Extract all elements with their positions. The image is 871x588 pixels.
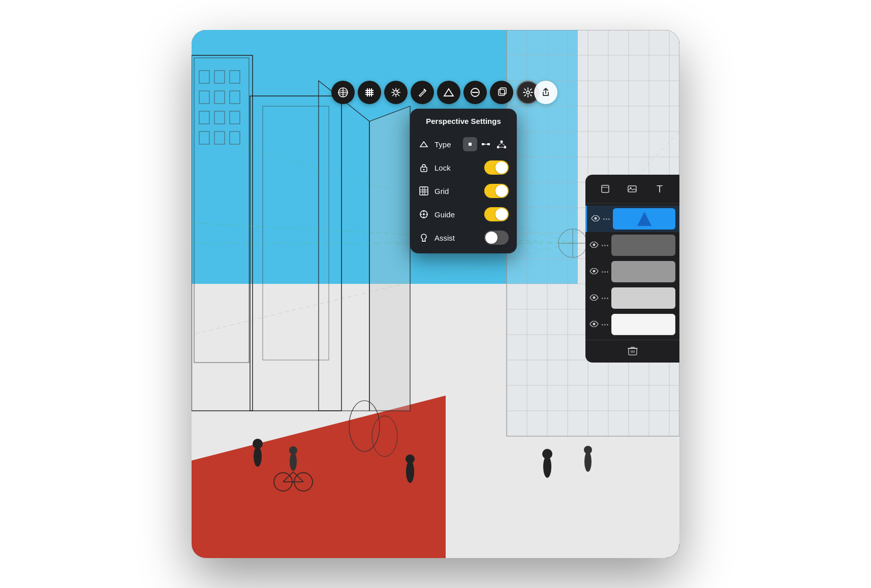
radial-tool[interactable] <box>384 81 408 104</box>
svg-rect-97 <box>482 143 484 145</box>
layer-3-visibility[interactable] <box>589 268 599 276</box>
toolbar <box>331 81 540 104</box>
layers-panel: T <box>585 175 679 363</box>
assist-icon <box>418 232 429 243</box>
device-frame: Perspective Settings Type <box>192 30 679 558</box>
svg-rect-108 <box>420 187 428 195</box>
assist-row: Assist <box>410 226 517 249</box>
layer-row-5[interactable] <box>585 311 679 338</box>
type-one-point[interactable] <box>463 137 477 151</box>
svg-marker-89 <box>444 89 453 96</box>
svg-point-125 <box>593 243 596 246</box>
add-text-button[interactable]: T <box>650 180 669 198</box>
svg-point-100 <box>501 141 503 143</box>
layer-2-options[interactable] <box>602 245 608 246</box>
type-three-point[interactable] <box>494 137 509 151</box>
layer-5-options[interactable] <box>602 324 608 325</box>
crosshatch-tool[interactable] <box>358 81 381 104</box>
svg-point-107 <box>423 169 425 171</box>
svg-point-114 <box>423 213 425 215</box>
assist-toggle[interactable] <box>484 231 509 245</box>
layer-1-visibility[interactable] <box>591 215 600 223</box>
new-layer-button[interactable] <box>596 180 614 198</box>
svg-point-127 <box>593 296 596 299</box>
svg-point-126 <box>593 270 596 272</box>
type-row: Type <box>410 133 517 156</box>
red-walkway <box>192 396 446 558</box>
lock-row: Lock <box>410 156 517 179</box>
perspective-settings-popup: Perspective Settings Type <box>410 109 517 253</box>
layer-1-thumbnail <box>613 208 675 230</box>
remove-tool[interactable] <box>463 81 487 104</box>
svg-line-84 <box>392 89 394 91</box>
text-icon: T <box>657 183 663 195</box>
type-two-point[interactable] <box>479 137 493 151</box>
layer-2-visibility[interactable] <box>589 242 599 249</box>
svg-point-61 <box>542 449 552 459</box>
layer-row-4[interactable] <box>585 285 679 311</box>
svg-point-60 <box>543 455 551 478</box>
svg-marker-95 <box>420 142 427 147</box>
grid-icon <box>418 185 429 197</box>
svg-point-128 <box>593 322 596 325</box>
canvas-area: Perspective Settings Type <box>192 30 679 558</box>
layer-row-2[interactable] <box>585 232 679 258</box>
layer-3-options[interactable] <box>602 271 608 273</box>
perspective-grid-tool[interactable] <box>331 81 355 104</box>
lock-icon <box>418 162 429 173</box>
type-label: Type <box>434 140 458 149</box>
guide-row: Guide <box>410 203 517 226</box>
svg-point-59 <box>584 446 592 454</box>
svg-point-94 <box>526 91 530 94</box>
svg-point-58 <box>584 451 592 472</box>
guide-label: Guide <box>434 210 479 219</box>
svg-point-123 <box>595 217 597 219</box>
delete-layer-button[interactable] <box>585 340 679 358</box>
svg-line-103 <box>498 143 502 146</box>
svg-line-104 <box>502 143 505 146</box>
layer-4-visibility[interactable] <box>589 295 599 302</box>
lock-label: Lock <box>434 164 479 172</box>
svg-rect-92 <box>499 89 505 95</box>
svg-rect-93 <box>500 88 506 94</box>
assist-label: Assist <box>434 234 479 242</box>
layer-3-thumbnail <box>611 261 675 282</box>
svg-rect-98 <box>487 143 490 145</box>
layer-5-visibility[interactable] <box>589 321 599 329</box>
sky-area <box>192 30 578 284</box>
grid-label: Grid <box>434 187 479 195</box>
guide-toggle[interactable] <box>484 207 509 221</box>
layer-row-3[interactable] <box>585 258 679 285</box>
svg-line-87 <box>392 94 394 96</box>
svg-rect-120 <box>602 185 609 192</box>
share-button[interactable] <box>534 81 557 104</box>
lock-toggle[interactable] <box>484 160 509 175</box>
svg-point-101 <box>497 146 500 149</box>
type-selector <box>463 137 509 151</box>
settings-title: Perspective Settings <box>410 117 517 125</box>
type-icon <box>418 139 429 150</box>
layer-2-thumbnail <box>611 235 675 256</box>
svg-line-85 <box>397 94 399 96</box>
svg-point-102 <box>504 146 507 149</box>
layer-5-thumbnail <box>611 314 675 335</box>
layer-row-1[interactable] <box>585 206 679 232</box>
guide-icon <box>418 209 429 220</box>
triangle-tool[interactable] <box>437 81 460 104</box>
pencil-tool[interactable] <box>411 81 434 104</box>
layer-1-options[interactable] <box>603 218 610 220</box>
layer-4-options[interactable] <box>602 298 608 299</box>
svg-rect-96 <box>469 143 472 146</box>
add-image-button[interactable] <box>623 180 641 198</box>
svg-marker-124 <box>637 212 651 226</box>
svg-rect-121 <box>628 186 636 192</box>
layer-4-thumbnail <box>611 287 675 309</box>
grid-toggle[interactable] <box>484 184 509 198</box>
grid-row: Grid <box>410 179 517 203</box>
layers-tool[interactable] <box>490 81 513 104</box>
